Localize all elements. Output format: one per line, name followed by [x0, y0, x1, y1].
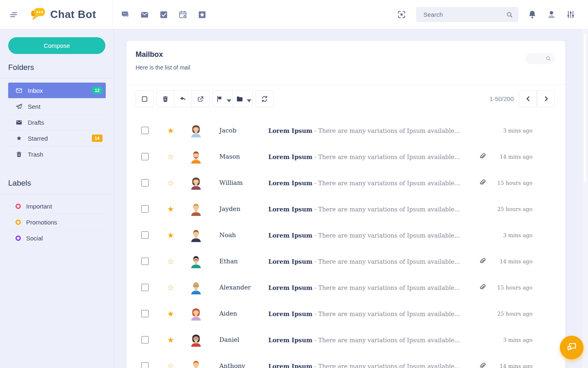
mail-checkbox[interactable] — [141, 127, 149, 134]
mail-row[interactable]: ☆WilliamLorem Ipsum - There are many var… — [127, 170, 565, 196]
avatar — [189, 307, 203, 321]
folder-label: Trash — [28, 151, 43, 158]
labels-list: ImportantPromotionsSocial — [8, 198, 106, 246]
hamburger-menu-icon[interactable] — [9, 10, 19, 20]
toolbar-reply-button[interactable] — [174, 90, 192, 107]
star-square-icon[interactable] — [198, 10, 207, 20]
star-outline-icon[interactable]: ☆ — [166, 179, 175, 187]
brand-title: Chat Bot — [50, 8, 96, 21]
prev-page-button[interactable] — [519, 90, 537, 107]
avatar — [189, 150, 203, 164]
notifications-bell-icon[interactable] — [528, 10, 537, 20]
mail-subject: Lorem Ipsum - There are many variations … — [268, 258, 479, 265]
pagination-nav — [519, 90, 555, 107]
mail-row[interactable]: ★JacobLorem Ipsum - There are many varia… — [127, 117, 565, 144]
user-profile-icon[interactable] — [547, 10, 557, 20]
settings-sliders-icon[interactable] — [566, 10, 576, 20]
mail-subject: Lorem Ipsum - There are many variations … — [268, 206, 479, 213]
star-outline-icon[interactable]: ☆ — [166, 258, 175, 265]
label-ring-icon — [16, 220, 21, 225]
scrollbar-track[interactable] — [582, 29, 588, 368]
header-right — [397, 7, 576, 22]
header-search — [416, 7, 518, 22]
star-filled-icon[interactable]: ★ — [166, 310, 175, 318]
mail-checkbox[interactable] — [141, 310, 149, 317]
paperclip-icon — [479, 153, 487, 161]
mail-checkbox[interactable] — [141, 258, 149, 265]
sidebar-label-important[interactable]: Important — [8, 198, 106, 214]
mail-row[interactable]: ★NoahLorem Ipsum - There are many variat… — [127, 222, 565, 248]
labels-divider — [0, 194, 114, 194]
folder-label: Sent — [28, 103, 40, 110]
brand-logo[interactable]: Chat Bot — [30, 7, 96, 23]
check-square-icon[interactable] — [159, 10, 169, 20]
calendar-check-icon[interactable] — [178, 10, 188, 20]
toolbar-forward-button[interactable] — [192, 90, 209, 107]
avatar — [189, 202, 203, 216]
sidebar-item-starred[interactable]: Starred14 — [8, 130, 106, 146]
star-filled-icon[interactable]: ★ — [166, 205, 175, 213]
mail-subject: Lorem Ipsum - There are many variations … — [268, 180, 479, 186]
mail-row[interactable]: ☆EthanLorem Ipsum - There are many varia… — [127, 248, 565, 274]
star-filled-icon[interactable]: ★ — [166, 336, 175, 344]
paperclip-icon — [479, 179, 487, 187]
mail-row[interactable]: ☆AnthonyLorem Ipsum - There are many var… — [127, 353, 565, 368]
compose-button[interactable]: Compose — [8, 37, 105, 54]
star-outline-icon[interactable]: ☆ — [166, 284, 175, 292]
pagination: 1-50/200 — [490, 90, 555, 107]
search-input[interactable] — [423, 11, 506, 18]
toolbar-trash-button[interactable] — [156, 90, 174, 107]
sidebar-label-social[interactable]: Social — [8, 230, 106, 246]
mail-checkbox[interactable] — [141, 336, 149, 343]
sidebar-item-trash[interactable]: Trash — [8, 146, 106, 162]
mail-checkbox[interactable] — [141, 362, 149, 368]
folders-heading: Folders — [8, 63, 114, 72]
comments-icon[interactable] — [121, 10, 131, 20]
mail-row[interactable]: ★JaydenLorem Ipsum - There are many vari… — [127, 196, 565, 222]
scrollbar-thumb[interactable] — [583, 32, 587, 184]
page-subtitle: Here is the list of mail — [136, 64, 190, 71]
sidebar-label-promotions[interactable]: Promotions — [8, 214, 106, 230]
label-ring-icon — [16, 236, 21, 241]
star-filled-icon[interactable]: ★ — [166, 127, 175, 135]
mail-checkbox[interactable] — [141, 153, 149, 160]
star-filled-icon[interactable]: ★ — [166, 231, 175, 239]
mail-time: 3 mins ago — [489, 128, 532, 134]
toolbar-refresh-button[interactable] — [256, 90, 274, 107]
toolbar-flag-button[interactable] — [212, 90, 233, 107]
mail-row[interactable]: ☆AlexanderLorem Ipsum - There are many v… — [127, 274, 565, 301]
toolbar-select-all-button[interactable] — [136, 90, 154, 107]
mail-checkbox[interactable] — [141, 179, 149, 186]
next-page-button[interactable] — [537, 90, 555, 107]
folder-label: Drafts — [28, 119, 44, 126]
sidebar-item-sent[interactable]: Sent — [8, 99, 106, 114]
chat-fab-button[interactable] — [560, 336, 584, 359]
toolbar-folder-button[interactable] — [232, 90, 253, 107]
sender-name: William — [219, 179, 268, 186]
star-outline-icon[interactable]: ☆ — [166, 153, 175, 161]
star-outline-icon[interactable]: ☆ — [166, 362, 175, 368]
mail-row[interactable]: ★DanielLorem Ipsum - There are many vari… — [127, 327, 565, 353]
paper-plane-icon — [16, 103, 22, 110]
chat-bot-logo-icon — [30, 7, 47, 23]
mail-icon[interactable] — [140, 10, 150, 20]
caret-down-icon — [225, 97, 229, 101]
mail-subject: Lorem Ipsum - There are many variations … — [268, 153, 479, 160]
mail-row[interactable]: ★AidenLorem Ipsum - There are many varia… — [127, 301, 565, 327]
mail-checkbox[interactable] — [141, 231, 149, 239]
sender-name: Alexander — [219, 284, 268, 291]
label-text: Important — [26, 203, 52, 210]
mail-row[interactable]: ☆MasonLorem Ipsum - There are many varia… — [127, 144, 565, 170]
mailbox-search-icon — [546, 56, 551, 62]
mailbox-card: Mailbox Here is the list of mail 1-50/20… — [127, 41, 565, 368]
mail-subject: Lorem Ipsum - There are many variations … — [268, 232, 479, 239]
sidebar-item-inbox[interactable]: Inbox12 — [8, 83, 106, 99]
mail-checkbox[interactable] — [141, 205, 149, 213]
sidebar-item-drafts[interactable]: Drafts — [8, 114, 106, 130]
mail-time: 15 hours ago — [489, 285, 532, 291]
mail-checkbox[interactable] — [141, 284, 149, 291]
mailbox-search-input[interactable] — [529, 56, 546, 62]
mail-time: 14 mins ago — [489, 258, 532, 265]
fullscreen-icon[interactable] — [397, 10, 407, 20]
avatar — [189, 123, 203, 137]
